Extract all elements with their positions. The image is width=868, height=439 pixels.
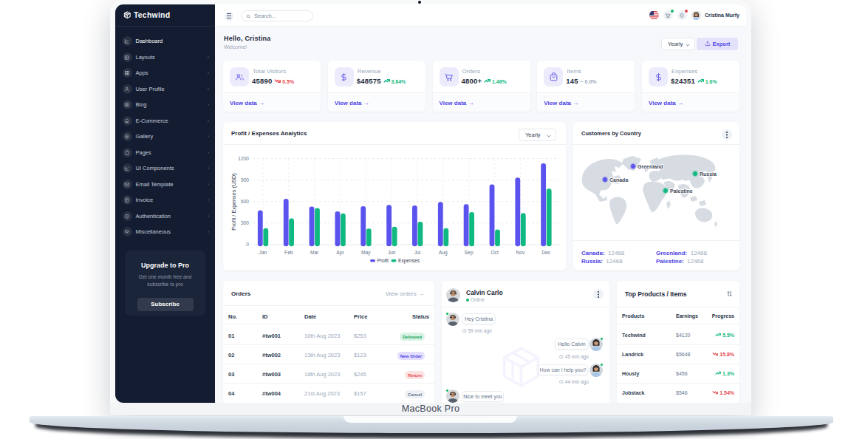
svg-text:600: 600 [241, 199, 249, 204]
svg-text:900: 900 [241, 177, 249, 183]
svg-text:Apr: Apr [336, 250, 344, 256]
svg-text:1200: 1200 [238, 156, 249, 161]
svg-text:Profit: Profit [377, 258, 389, 263]
svg-text:Palestine: Palestine [670, 188, 693, 194]
svg-text:Profit / Expenses (USD): Profit / Expenses (USD) [230, 173, 237, 230]
svg-text:Expenses: Expenses [398, 258, 420, 264]
svg-text:May: May [361, 250, 371, 256]
svg-text:Oct: Oct [491, 250, 498, 255]
svg-text:0: 0 [246, 242, 249, 247]
svg-text:Greenland: Greenland [638, 164, 663, 169]
svg-text:Feb: Feb [284, 250, 293, 255]
svg-text:Jul: Jul [414, 250, 421, 255]
svg-text:Nov: Nov [516, 250, 525, 255]
svg-text:Jan: Jan [259, 250, 267, 255]
svg-text:Aug: Aug [439, 250, 448, 256]
svg-text:300: 300 [241, 220, 249, 225]
svg-text:Jun: Jun [388, 250, 396, 255]
svg-text:Russia: Russia [700, 171, 717, 177]
svg-text:Dec: Dec [541, 250, 550, 255]
svg-text:Mar: Mar [310, 250, 319, 255]
svg-text:Sep: Sep [465, 250, 474, 256]
svg-text:Canada: Canada [609, 177, 628, 183]
